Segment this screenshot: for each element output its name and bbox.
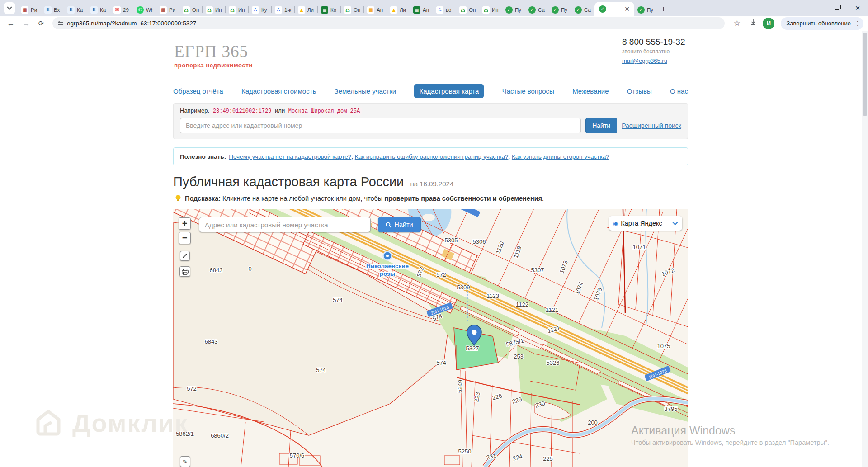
nav-item-кадастровая-карта[interactable]: Кадастровая карта [414, 84, 484, 98]
map-canvas[interactable]: Николаевские розы 20Н-102320Н-1023 53055… [173, 209, 688, 467]
browser-tab[interactable]: ✓Са [571, 4, 594, 16]
layer-selector-label: Карта Яндекс [621, 220, 662, 227]
browser-tab[interactable]: ∴1-к [272, 4, 295, 16]
map-zoom-in-button[interactable]: + [179, 217, 191, 230]
tip-text: Кликните на карте на любой участок или д… [222, 195, 382, 202]
window-restore-button[interactable] [826, 0, 847, 16]
new-tab-button[interactable]: + [661, 5, 666, 13]
dots-favicon: ∴ [252, 6, 259, 14]
pencil-icon: ✎ [183, 458, 188, 465]
pin-parcel-label: 5327 [466, 345, 479, 352]
map-fullscreen-button[interactable] [180, 251, 190, 261]
browser-tab[interactable]: ▲Ли [295, 4, 318, 16]
example-or: или [275, 107, 285, 114]
window-controls: ✕ [806, 0, 868, 16]
profile-avatar[interactable]: И [763, 18, 774, 29]
map-print-button[interactable] [179, 266, 190, 277]
browser-tab[interactable]: ⌂Он [179, 4, 203, 16]
tab-label: Ан [423, 7, 429, 13]
nav-item-образец-отчёта[interactable]: Образец отчёта [173, 87, 223, 95]
browser-tab[interactable]: ∴во [433, 4, 456, 16]
site-logo[interactable]: ЕГРП 365 проверка недвижимости [174, 42, 253, 69]
browser-tab[interactable]: ▦Ри [156, 4, 179, 16]
site-info-icon[interactable] [58, 22, 63, 24]
nav-item-кадастровая-стоимость[interactable]: Кадастровая стоимость [241, 87, 316, 95]
nav-item-частые-вопросы[interactable]: Частые вопросы [502, 87, 554, 95]
browser-tab[interactable]: ▲Ли [387, 4, 410, 16]
cadastral-map[interactable]: Николаевские розы 20Н-102320Н-1023 53055… [173, 209, 688, 467]
main-find-button[interactable]: Найти [585, 118, 617, 133]
browser-tab[interactable]: ⌂Он [341, 4, 364, 16]
browser-tab[interactable]: ⌂Ип [479, 4, 502, 16]
window-close-button[interactable]: ✕ [847, 0, 868, 16]
tab-label: Ко [330, 7, 336, 13]
page-scrollbar[interactable] [862, 31, 868, 467]
useful-link[interactable]: Как исправить ошибку расположения границ… [355, 153, 509, 160]
back-button[interactable]: ← [5, 19, 17, 28]
browser-tab[interactable]: ✉29 [110, 4, 133, 16]
check-favicon: ✓ [575, 6, 582, 14]
main-search-input[interactable] [180, 118, 581, 133]
advanced-search-link[interactable]: Расширенный поиск [622, 122, 681, 129]
nav-item-земельные-участки[interactable]: Земельные участки [335, 87, 396, 95]
scrollbar-thumb[interactable] [863, 33, 867, 116]
chevron-down-icon [672, 222, 678, 226]
tab-label: Са [584, 7, 591, 13]
browser-tab[interactable]: ✆Wh [133, 4, 156, 16]
tip-end: . [542, 195, 544, 202]
whatsapp-favicon: ✆ [137, 6, 144, 14]
page-title: Публичная кадастровая карта России на 16… [173, 175, 453, 189]
browser-tab[interactable]: ⌂Он [456, 4, 479, 16]
browser-tab[interactable]: ▦Ко [318, 4, 341, 16]
download-icon[interactable] [746, 19, 760, 28]
menu-kebab-icon[interactable]: ⋮ [854, 20, 861, 27]
browser-tab[interactable]: ЕВх [41, 4, 64, 16]
tab-label: Ри [31, 7, 37, 13]
useful-link[interactable]: Как узнать длины сторон участка? [512, 153, 609, 160]
useful-link[interactable]: Почему участка нет на кадастровой карте? [229, 153, 351, 160]
address-bar[interactable]: egrp365.ru/map/?kadnum=63:17:0000000:532… [52, 17, 725, 29]
browser-tab[interactable]: ⌂Ип [226, 4, 249, 16]
map-measure-button[interactable]: ✎ [180, 456, 190, 467]
map-layer-selector[interactable]: ◉ Карта Яндекс [609, 216, 682, 231]
tab-label: Пу [515, 7, 521, 13]
map-find-button[interactable]: Найти [378, 217, 421, 232]
parcel-number-label: 6860/2 [211, 432, 229, 439]
browser-tab[interactable]: ✓Пу [548, 4, 571, 16]
bookmark-star-icon[interactable]: ☆ [730, 19, 744, 28]
reload-button[interactable]: ⟳ [35, 19, 47, 28]
map-zoom-out-button[interactable]: − [179, 232, 191, 244]
browser-tab[interactable]: ▦Ан [364, 4, 387, 16]
tab-search-button[interactable] [4, 2, 15, 14]
email-link[interactable]: mail@egrp365.ru [622, 57, 667, 64]
nav-item-межевание[interactable]: Межевание [572, 87, 609, 95]
browser-tab[interactable]: ЕКа [87, 4, 110, 16]
browser-tab[interactable]: ✓Пу [502, 4, 525, 16]
browser-tab[interactable]: ∴Ку [249, 4, 272, 16]
tab-label: Он [354, 7, 360, 13]
tab-label: Ли [400, 7, 406, 13]
tab-label: Пу [647, 7, 653, 13]
check-favicon: ✓ [528, 6, 536, 14]
browser-update-button[interactable]: Завершить обновление ⋮ [781, 17, 863, 30]
nav-item-отзывы[interactable]: Отзывы [627, 87, 652, 95]
browser-tab[interactable]: ▦Ри [18, 4, 41, 16]
logo-subtitle: проверка недвижимости [174, 62, 253, 69]
browser-tab[interactable]: ✓Пу [634, 4, 657, 16]
tab-close-icon[interactable]: ✕ [624, 6, 630, 12]
tab-label: Ка [77, 7, 83, 13]
forward-button[interactable]: → [20, 19, 33, 28]
nav-item-о-нас[interactable]: О нас [670, 87, 688, 95]
browser-tab[interactable]: ▦Ан [410, 4, 433, 16]
browser-tab[interactable]: ⌂Ип [203, 4, 226, 16]
tip-row: Подсказка: Кликните на карте на любой уч… [175, 194, 544, 203]
tab-label: Вх [54, 7, 60, 13]
browser-tab[interactable]: ✓Са [525, 4, 548, 16]
browser-tab-active[interactable]: ✓✕ [594, 2, 634, 16]
search-panel: Например, 23:49:0121002:1729 или Москва … [173, 103, 688, 139]
window-minimize-button[interactable] [806, 0, 826, 16]
parcel-number-label: 574 [333, 297, 343, 303]
browser-tab[interactable]: ЕКа [64, 4, 87, 16]
map-search-input[interactable] [199, 217, 371, 232]
search-example-line: Например, 23:49:0121002:1729 или Москва … [180, 107, 681, 114]
